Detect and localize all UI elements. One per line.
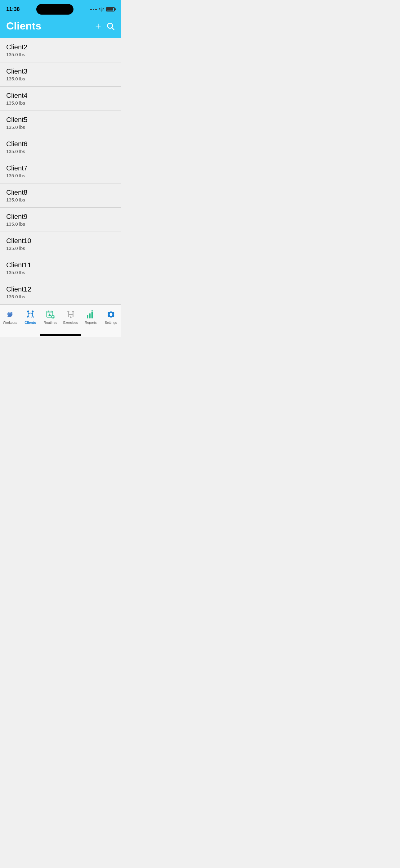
svg-point-9 <box>32 310 33 312</box>
svg-rect-25 <box>72 311 74 312</box>
reports-icon <box>86 310 96 319</box>
list-item[interactable]: Client4135.0 lbs <box>0 87 121 111</box>
tab-workouts[interactable]: Workouts <box>0 310 20 324</box>
tab-routines[interactable]: Routines <box>40 310 61 324</box>
client-weight: 135.0 lbs <box>6 124 115 130</box>
search-button[interactable] <box>106 22 115 30</box>
tab-bar: Workouts <box>0 305 121 333</box>
client-list: Client2135.0 lbsClient3135.0 lbsClient41… <box>0 38 121 305</box>
client-name: Client6 <box>6 140 115 148</box>
status-icons <box>90 7 115 11</box>
list-item[interactable]: Client5135.0 lbs <box>0 111 121 135</box>
list-item[interactable]: Client12135.0 lbs <box>0 280 121 305</box>
client-weight: 135.0 lbs <box>6 197 115 203</box>
clients-icon <box>26 310 35 319</box>
client-weight: 135.0 lbs <box>6 52 115 57</box>
svg-rect-28 <box>87 315 88 318</box>
list-item[interactable]: Client7135.0 lbs <box>0 159 121 183</box>
tab-settings-label: Settings <box>105 321 117 324</box>
search-icon <box>106 22 115 30</box>
client-weight: 135.0 lbs <box>6 173 115 178</box>
wifi-icon <box>99 7 104 11</box>
list-item[interactable]: Client8135.0 lbs <box>0 183 121 208</box>
tab-exercises[interactable]: Exercises <box>61 310 80 324</box>
battery-icon <box>106 7 115 11</box>
list-item[interactable]: Client11135.0 lbs <box>0 256 121 280</box>
settings-icon <box>106 310 116 319</box>
client-weight: 135.0 lbs <box>6 270 115 275</box>
tab-exercises-label: Exercises <box>63 321 78 324</box>
page-header: Clients + <box>0 17 121 38</box>
tab-clients[interactable]: Clients <box>20 310 40 324</box>
client-name: Client8 <box>6 188 115 196</box>
tab-workouts-label: Workouts <box>3 321 17 324</box>
svg-point-27 <box>70 316 71 318</box>
routines-icon <box>45 310 56 319</box>
client-name: Client7 <box>6 164 115 172</box>
tab-clients-label: Clients <box>25 321 36 324</box>
svg-rect-24 <box>67 311 69 312</box>
client-name: Client4 <box>6 92 115 100</box>
client-weight: 135.0 lbs <box>6 76 115 81</box>
tab-settings[interactable]: Settings <box>101 310 121 324</box>
svg-point-4 <box>27 310 29 312</box>
client-weight: 135.0 lbs <box>6 100 115 105</box>
svg-point-33 <box>109 313 112 316</box>
svg-point-31 <box>91 310 92 311</box>
svg-rect-22 <box>68 311 69 317</box>
exercises-icon <box>66 310 76 319</box>
header-actions: + <box>95 21 115 31</box>
workouts-icon <box>5 310 15 319</box>
dynamic-island <box>36 4 73 14</box>
home-bar <box>40 334 81 336</box>
list-item[interactable]: Client9135.0 lbs <box>0 208 121 232</box>
client-name: Client5 <box>6 116 115 124</box>
status-bar: 11:38 <box>0 0 121 17</box>
client-weight: 135.0 lbs <box>6 221 115 227</box>
list-item[interactable]: Client10135.0 lbs <box>0 232 121 256</box>
svg-rect-29 <box>89 313 90 318</box>
svg-line-12 <box>33 315 33 317</box>
client-weight: 135.0 lbs <box>6 294 115 299</box>
client-name: Client11 <box>6 261 115 269</box>
client-name: Client9 <box>6 213 115 221</box>
tab-reports-label: Reports <box>85 321 97 324</box>
svg-rect-26 <box>69 314 72 315</box>
client-name: Client2 <box>6 43 115 51</box>
list-item[interactable]: Client6135.0 lbs <box>0 135 121 159</box>
svg-rect-23 <box>72 311 73 317</box>
svg-point-19 <box>49 313 50 314</box>
home-indicator <box>0 333 121 337</box>
svg-line-7 <box>28 315 29 317</box>
status-time: 11:38 <box>6 6 20 12</box>
tab-routines-label: Routines <box>44 321 57 324</box>
signal-icon <box>90 9 97 10</box>
client-name: Client10 <box>6 237 115 245</box>
list-item[interactable]: Client3135.0 lbs <box>0 62 121 87</box>
client-name: Client3 <box>6 67 115 75</box>
tab-reports[interactable]: Reports <box>80 310 101 324</box>
page-title: Clients <box>6 20 41 32</box>
client-name: Client12 <box>6 285 115 293</box>
svg-rect-30 <box>91 312 92 318</box>
svg-line-1 <box>112 28 114 30</box>
client-weight: 135.0 lbs <box>6 149 115 154</box>
add-button[interactable]: + <box>95 21 101 31</box>
svg-point-21 <box>52 316 53 317</box>
list-item[interactable]: Client2135.0 lbs <box>0 38 121 62</box>
client-weight: 135.0 lbs <box>6 246 115 251</box>
